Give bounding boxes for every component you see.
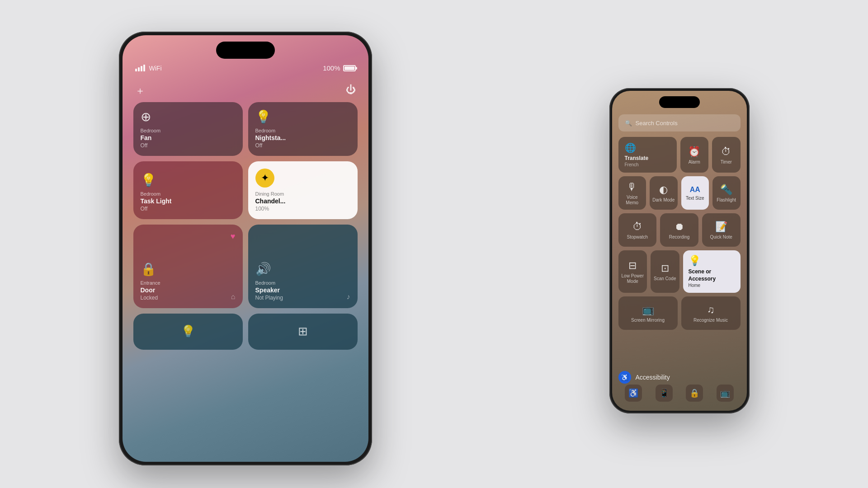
- add-control-button[interactable]: ＋: [135, 84, 145, 98]
- recording-label: Recording: [669, 235, 690, 240]
- flashlight-tile[interactable]: 🔦 Flashlight: [712, 176, 741, 210]
- translate-title: Translate: [625, 155, 649, 161]
- home-scene-subtitle: Accessory: [689, 276, 716, 282]
- fan-icon: ⊕: [141, 109, 236, 124]
- chandelier-room: Dining Room: [255, 191, 350, 197]
- home-scene-label: Home: [689, 283, 701, 288]
- dynamic-island-left: [216, 42, 275, 59]
- search-controls-bar[interactable]: 🔍 Search Controls: [618, 114, 741, 131]
- timer-tile[interactable]: ⏱ Timer: [712, 137, 741, 173]
- dynamic-island-right: [659, 96, 700, 108]
- bottom-icon-lock[interactable]: 🔒: [686, 385, 703, 402]
- chandelier-tile[interactable]: ✦ Dining Room Chandel... 100%: [248, 161, 358, 219]
- fan-name: Fan: [141, 134, 236, 142]
- chandelier-name: Chandel...: [255, 197, 350, 205]
- nightstand-tile[interactable]: 💡 Bedroom Nightsta... Off: [248, 102, 358, 156]
- door-name: Door: [141, 286, 236, 294]
- alarm-label: Alarm: [689, 160, 700, 165]
- bulb-icon-task: 💡: [141, 173, 236, 188]
- battery-icon: [343, 65, 356, 71]
- recognize-music-tile[interactable]: ♫ Recognize Music: [681, 296, 741, 330]
- right-row-5: 📺 Screen Mirroring ♫ Recognize Music: [618, 296, 741, 330]
- lock-icon: 🔒: [141, 262, 236, 277]
- left-phone-frame: WiFi 100% ＋ ⏻: [119, 32, 372, 465]
- chandelier-state: 100%: [255, 206, 350, 212]
- left-phone-screen: WiFi 100% ＋ ⏻: [123, 35, 368, 462]
- scan-code-tile[interactable]: ⊡ Scan Code: [651, 250, 679, 293]
- power-tile-partial[interactable]: ⊞: [248, 314, 358, 350]
- home-scene-title: Scene or: [689, 268, 712, 275]
- scene: WiFi 100% ＋ ⏻: [0, 0, 868, 488]
- right-row-2: 🎙 Voice Memo ◐ Dark Mode AA Text Size: [618, 176, 741, 210]
- recognize-music-icon: ♫: [707, 304, 715, 316]
- dark-mode-tile[interactable]: ◐ Dark Mode: [650, 176, 678, 210]
- fan-tile[interactable]: ⊕ Bedroom Fan Off: [133, 102, 243, 156]
- door-room: Entrance: [141, 280, 236, 286]
- scan-code-label: Scan Code: [654, 276, 676, 282]
- bedroom-speaker-tile[interactable]: 🔊 Bedroom Speaker Not Playing ♪: [248, 225, 358, 308]
- battery-percent: 100%: [323, 64, 340, 72]
- task-state: Off: [141, 206, 236, 212]
- recognize-music-label: Recognize Music: [693, 318, 728, 323]
- light-icon-partial: 💡: [181, 324, 195, 338]
- low-power-icon: ⊟: [628, 260, 637, 272]
- task-room: Bedroom: [141, 191, 236, 197]
- bottom-icon-display[interactable]: 📺: [717, 385, 734, 402]
- right-phone-frame: 🔍 Search Controls 🌐 Translate French ⏰: [609, 88, 750, 413]
- alarm-icon: ⏰: [688, 146, 700, 158]
- voice-memo-label: Voice Memo: [621, 195, 644, 206]
- cc-grid: ⊕ Bedroom Fan Off 💡 Bedroom Nightsta... …: [133, 102, 358, 355]
- cc-row-2: 💡 Bedroom Task Light Off ✦ Dining Room C…: [133, 161, 358, 219]
- translate-tile[interactable]: 🌐 Translate French: [618, 137, 677, 173]
- home-scene-icon: 💡: [689, 255, 701, 267]
- task-light-tile[interactable]: 💡 Bedroom Task Light Off: [133, 161, 243, 219]
- bottom-icon-phone[interactable]: 📱: [656, 385, 673, 402]
- quick-note-tile[interactable]: 📝 Quick Note: [702, 213, 741, 247]
- bottom-icons-row: ♿ 📱 🔒 📺: [618, 385, 741, 402]
- light-tile-partial[interactable]: 💡: [133, 314, 243, 350]
- recording-icon: ⏺: [675, 221, 684, 233]
- left-phone: WiFi 100% ＋ ⏻: [119, 32, 372, 465]
- timer-icon: ⏱: [721, 146, 731, 158]
- door-state: Locked: [141, 295, 236, 301]
- heart-icon: ♥: [231, 232, 236, 241]
- alarm-tile[interactable]: ⏰ Alarm: [680, 137, 709, 173]
- signal-bar-3: [141, 66, 142, 71]
- timer-label: Timer: [721, 160, 732, 165]
- right-phone-screen: 🔍 Search Controls 🌐 Translate French ⏰: [612, 91, 747, 411]
- accessibility-row[interactable]: ♿ Accessibility: [618, 371, 741, 384]
- text-size-icon: AA: [690, 186, 700, 194]
- stopwatch-icon: ⏱: [632, 221, 642, 233]
- chandelier-icon: ✦: [255, 169, 274, 188]
- flashlight-icon: 🔦: [720, 184, 732, 196]
- translate-subtitle: French: [625, 162, 639, 167]
- right-row-4: ⊟ Low Power Mode ⊡ Scan Code 💡 Scene or …: [618, 250, 741, 293]
- flashlight-label: Flashlight: [717, 197, 736, 203]
- stopwatch-label: Stopwatch: [627, 235, 648, 240]
- search-icon: 🔍: [625, 120, 632, 127]
- nightstand-room: Bedroom: [255, 128, 350, 133]
- speaker-icon: 🔊: [255, 262, 350, 277]
- top-controls: ＋ ⏻: [135, 84, 356, 98]
- recording-tile[interactable]: ⏺ Recording: [660, 213, 698, 247]
- home-scene-tile[interactable]: 💡 Scene or Accessory Home: [683, 250, 741, 293]
- bulb-icon-nightstand: 💡: [255, 109, 350, 124]
- screen-mirroring-icon: 📺: [642, 304, 654, 316]
- fan-state: Off: [141, 142, 236, 149]
- text-size-tile[interactable]: AA Text Size: [681, 176, 709, 210]
- accessibility-icon: ♿: [618, 371, 631, 384]
- signal-wifi: WiFi: [135, 65, 162, 72]
- wifi-icon: WiFi: [149, 65, 162, 72]
- screen-mirroring-tile[interactable]: 📺 Screen Mirroring: [618, 296, 678, 330]
- bottom-icon-accessibility[interactable]: ♿: [625, 385, 642, 402]
- fan-room: Bedroom: [141, 128, 236, 133]
- voice-memo-tile[interactable]: 🎙 Voice Memo: [618, 176, 646, 210]
- entrance-door-tile[interactable]: ♥ 🔒 Entrance Door Locked ⌂: [133, 225, 243, 308]
- stopwatch-tile[interactable]: ⏱ Stopwatch: [618, 213, 657, 247]
- quick-note-label: Quick Note: [710, 235, 732, 240]
- battery-status: 100%: [323, 64, 355, 72]
- power-icon[interactable]: ⏻: [346, 84, 356, 98]
- low-power-tile[interactable]: ⊟ Low Power Mode: [618, 250, 647, 293]
- right-row-3: ⏱ Stopwatch ⏺ Recording 📝 Quick Note: [618, 213, 741, 247]
- quick-note-icon: 📝: [715, 221, 727, 233]
